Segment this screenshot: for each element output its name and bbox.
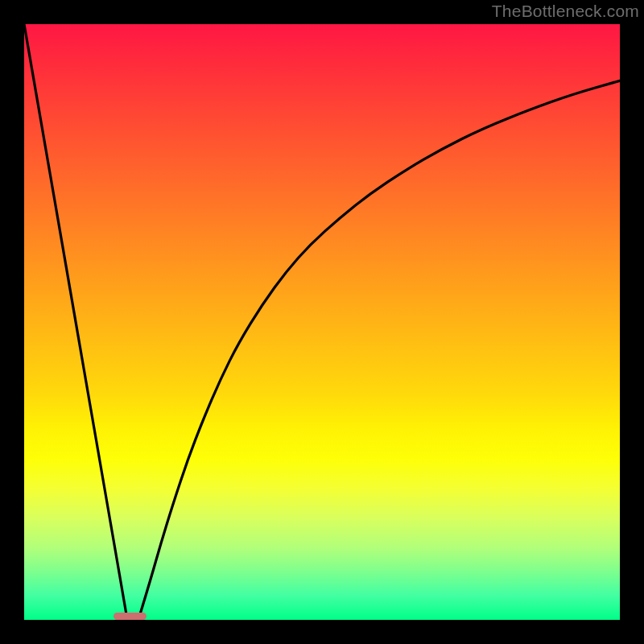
bottleneck-curve	[24, 24, 620, 620]
plot-area	[24, 24, 620, 620]
curve-right-branch	[138, 80, 620, 619]
watermark-text: TheBottleneck.com	[492, 2, 639, 21]
curve-left-branch	[24, 24, 127, 619]
optimal-marker	[114, 613, 147, 620]
chart-frame: TheBottleneck.com	[0, 0, 644, 644]
